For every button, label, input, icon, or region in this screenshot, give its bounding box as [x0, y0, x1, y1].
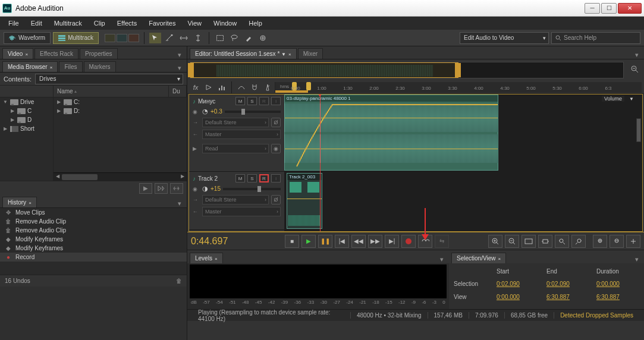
tree-row-c[interactable]: ▶C [0, 106, 53, 115]
panel-menu-icon[interactable]: ▾ [175, 51, 184, 59]
window-maximize-button[interactable]: ☐ [601, 3, 617, 14]
lasso-tool-icon[interactable] [228, 33, 240, 43]
preview-play-button[interactable]: ▶ [139, 183, 152, 194]
tab-levels[interactable]: Levels× [190, 253, 223, 263]
envelope-icon[interactable] [235, 82, 247, 93]
timeline-overview[interactable] [190, 62, 624, 78]
tree-row-d-drive[interactable]: ▶D: [54, 106, 187, 115]
track-gain-value[interactable]: +15 [211, 185, 221, 192]
panel-menu-icon[interactable]: ▾ [437, 256, 447, 263]
go-to-start-button[interactable]: |◀ [335, 235, 349, 248]
auto-play-button[interactable] [155, 183, 168, 194]
rewind-button[interactable]: ◀◀ [351, 235, 366, 248]
tab-effects-rack[interactable]: Effects Rack [34, 48, 78, 59]
menu-window[interactable]: Window [209, 18, 241, 28]
tab-files[interactable]: Files [59, 61, 82, 72]
menu-file[interactable]: File [4, 18, 24, 28]
panel-menu-icon[interactable]: ▾ [632, 256, 642, 263]
column-name[interactable]: Name▴ [54, 86, 169, 97]
envelope-line[interactable] [287, 199, 322, 199]
workspace-dropdown[interactable]: Edit Audio to Video [460, 32, 549, 44]
record-button[interactable] [401, 235, 416, 248]
search-help-input[interactable]: Search Help [551, 32, 640, 44]
column-duration[interactable]: Du [169, 86, 187, 97]
overview-visible-range[interactable] [190, 62, 458, 78]
zoom-reset-amplitude-button[interactable] [626, 235, 640, 248]
fast-forward-button[interactable]: ▶▶ [368, 235, 382, 248]
tab-markers[interactable]: Markers [84, 61, 116, 72]
in-point-marker-icon[interactable] [306, 82, 311, 90]
monitor-input-button[interactable]: I [271, 97, 281, 105]
tree-row-shortcuts[interactable]: ▶Short [0, 124, 53, 133]
history-item[interactable]: ◆Modify Keyframes [0, 235, 187, 244]
menu-help[interactable]: Help [244, 18, 267, 28]
track-output-dropdown[interactable]: Master [202, 130, 281, 139]
arm-record-button[interactable]: R [259, 97, 269, 105]
track-output-dropdown[interactable]: Master [202, 207, 281, 216]
view-end-value[interactable]: 6:30.887 [546, 294, 589, 300]
zoom-out-time-button[interactable] [505, 235, 519, 248]
mute-button[interactable]: M [235, 97, 245, 105]
zoom-in-amplitude-button[interactable] [593, 235, 607, 248]
history-item[interactable]: ✥Move Clips [0, 208, 187, 217]
tab-media-browser[interactable]: Media Browser× [2, 61, 58, 72]
waveform-mode-button[interactable]: Waveform [4, 32, 51, 44]
menu-edit[interactable]: Edit [26, 18, 47, 28]
history-item[interactable]: 🗑Remove Audio Clip [0, 217, 187, 226]
history-item[interactable]: ◆Modify Keyframes [0, 244, 187, 253]
multitrack-mode-button[interactable]: Multitrack [53, 32, 99, 44]
panel-menu-icon[interactable]: ▾ [175, 200, 184, 207]
time-ruler[interactable]: hms 0:30 1:00 1:30 2:00 2:30 3:00 3:30 4… [275, 82, 642, 93]
tree-row-c-drive[interactable]: ▶C: [54, 97, 187, 106]
tab-properties[interactable]: Properties [80, 48, 118, 59]
slip-tool-icon[interactable] [178, 33, 190, 43]
selection-duration-value[interactable]: 0:00.000 [596, 281, 639, 287]
track-input-dropdown[interactable]: Default Stere [202, 118, 269, 127]
menu-multitrack[interactable]: Multitrack [49, 18, 87, 28]
eq-toggle-icon[interactable] [216, 82, 228, 93]
trash-icon[interactable]: 🗑 [176, 278, 182, 284]
menu-clip[interactable]: Clip [89, 18, 110, 28]
track-gain-value[interactable]: +0.3 [211, 108, 222, 115]
phase-invert-button[interactable]: Ø [271, 195, 281, 204]
menu-view[interactable]: View [183, 18, 206, 28]
workspace-swatch-2[interactable] [117, 34, 127, 42]
tab-selection-view[interactable]: Selection/View× [451, 253, 506, 263]
solo-button[interactable]: S [247, 174, 257, 182]
level-meter[interactable] [190, 265, 447, 298]
contents-dropdown[interactable]: Drives [35, 74, 183, 84]
panel-menu-icon[interactable]: ▾ [175, 64, 184, 72]
tree-row-drives[interactable]: ▼Drive [0, 97, 53, 106]
track-name[interactable]: Track 2 [198, 175, 233, 182]
panel-menu-icon[interactable]: ▾ [632, 51, 642, 59]
pan-knob-icon[interactable]: ◔ [202, 108, 208, 115]
zoom-selection-button[interactable] [538, 235, 552, 248]
spot-heal-tool-icon[interactable] [257, 33, 269, 43]
view-start-value[interactable]: 0:00.000 [497, 294, 539, 300]
tree-row-d[interactable]: ▶D [0, 115, 53, 124]
go-to-end-button[interactable]: ▶| [385, 235, 399, 248]
track-header-1[interactable]: ♪ Минус M S R I ◉ ◔ +0.3 →Default StereØ [189, 95, 284, 172]
close-icon[interactable]: × [215, 256, 218, 262]
tab-video[interactable]: Video× [2, 48, 33, 59]
selection-start-value[interactable]: 0:02.090 [497, 281, 539, 287]
volume-envelope-label[interactable]: Volume [602, 96, 624, 102]
time-selection-tool-icon[interactable] [192, 33, 204, 43]
razor-tool-icon[interactable] [164, 33, 175, 43]
tab-mixer[interactable]: Mixer [298, 48, 323, 59]
brush-tool-icon[interactable] [243, 33, 255, 43]
workspace-swatch-1[interactable] [105, 34, 115, 42]
scroll-right-icon[interactable]: ▶ [179, 174, 186, 181]
history-item-current[interactable]: ●Record [0, 253, 187, 262]
menu-effects[interactable]: Effects [112, 18, 142, 28]
loop-preview-button[interactable] [170, 183, 183, 194]
snap-icon[interactable] [249, 82, 260, 93]
phase-invert-button[interactable]: Ø [271, 118, 281, 127]
playhead[interactable] [320, 95, 321, 231]
status-dropped-warning[interactable]: Detected Dropped Samples [554, 312, 639, 319]
overview-left-handle[interactable] [188, 63, 194, 77]
close-icon[interactable]: × [25, 52, 28, 57]
view-duration-value[interactable]: 6:30.887 [596, 294, 639, 300]
track-name[interactable]: Минус [198, 98, 233, 105]
scroll-left-icon[interactable]: ◀ [54, 174, 61, 181]
